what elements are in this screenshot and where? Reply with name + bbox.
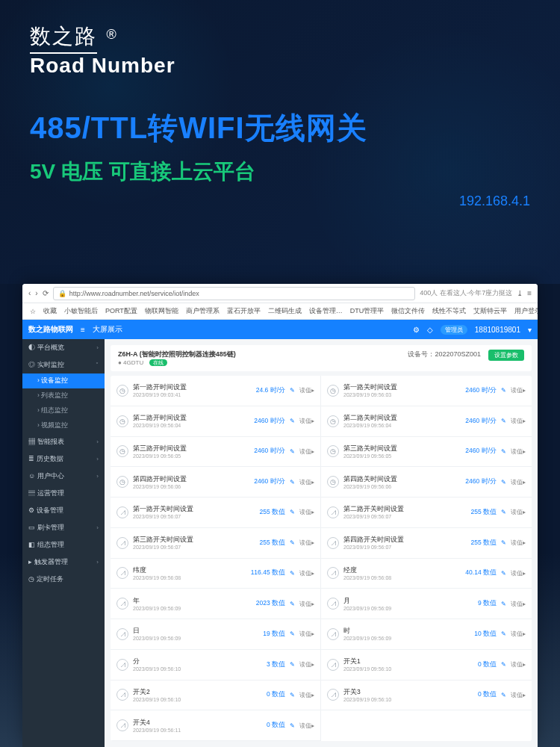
edit-icon[interactable]: ✎ bbox=[501, 539, 506, 546]
edit-icon[interactable]: ✎ bbox=[290, 509, 295, 515]
menu-icon[interactable]: ≡ bbox=[527, 289, 532, 297]
nav-dashboard[interactable]: 大屏展示 bbox=[93, 324, 122, 335]
edit-icon[interactable]: ✎ bbox=[290, 479, 295, 486]
hamburger-icon[interactable]: ≡ bbox=[81, 326, 85, 334]
read-action[interactable]: 读值▸ bbox=[299, 539, 314, 547]
sidebar-item[interactable]: ☺ 用户中心› bbox=[22, 468, 105, 485]
read-action[interactable]: 读值▸ bbox=[299, 417, 314, 425]
edit-icon[interactable]: ✎ bbox=[290, 539, 295, 546]
edit-icon[interactable]: ✎ bbox=[290, 661, 295, 668]
url-input[interactable]: 🔒 http://www.roadnumber.net/service/iot/… bbox=[53, 287, 415, 300]
nav-back-icon[interactable]: ‹ bbox=[28, 289, 31, 297]
settings-icon[interactable]: ⚙ bbox=[413, 326, 420, 334]
notification-icon[interactable]: ◇ bbox=[427, 326, 433, 334]
bookmark-item[interactable]: DTU管理平 bbox=[350, 306, 385, 316]
read-action[interactable]: 读值▸ bbox=[299, 691, 314, 699]
param-value: 2460 时/分 bbox=[465, 447, 497, 456]
read-action[interactable]: 读值▸ bbox=[511, 630, 526, 638]
sidebar-item[interactable]: ◐ 平台概览› bbox=[22, 339, 105, 356]
role-badge[interactable]: 管理员 bbox=[441, 325, 467, 335]
sidebar-item[interactable]: ▭ 刷卡管理› bbox=[22, 519, 105, 536]
dropdown-icon[interactable]: ▾ bbox=[528, 326, 532, 334]
pulse-icon: ⩘ bbox=[116, 689, 128, 701]
sidebar-icon: ☺ bbox=[28, 472, 35, 480]
data-cell: ◷第四路开时间设置2023/09/19 09:56:062460 时/分✎读值▸ bbox=[111, 467, 321, 498]
edit-icon[interactable]: ✎ bbox=[290, 448, 295, 455]
read-action[interactable]: 读值▸ bbox=[511, 508, 526, 516]
param-name: 开关2 bbox=[133, 688, 262, 697]
sidebar-sub-item[interactable]: › 组态监控 bbox=[22, 403, 105, 418]
bookmark-item[interactable]: 二维码生成 bbox=[268, 306, 302, 316]
edit-icon[interactable]: ✎ bbox=[290, 570, 295, 577]
sidebar-item[interactable]: ◧ 组态管理 bbox=[22, 536, 105, 554]
edit-icon[interactable]: ✎ bbox=[501, 509, 506, 515]
pulse-icon: ⩘ bbox=[116, 567, 128, 579]
edit-icon[interactable]: ✎ bbox=[501, 479, 506, 486]
bookmark-item[interactable]: 微信文件传 bbox=[391, 306, 425, 316]
read-action[interactable]: 读值▸ bbox=[511, 569, 526, 577]
read-action[interactable]: 读值▸ bbox=[299, 600, 314, 608]
read-action[interactable]: 读值▸ bbox=[511, 478, 526, 486]
read-action[interactable]: 读值▸ bbox=[299, 447, 314, 456]
read-action[interactable]: 读值▸ bbox=[299, 630, 314, 638]
read-action[interactable]: 读值▸ bbox=[299, 569, 314, 577]
edit-icon[interactable]: ✎ bbox=[501, 601, 506, 607]
edit-icon[interactable]: ✎ bbox=[290, 601, 295, 607]
param-name: 第一路开时间设置 bbox=[133, 383, 252, 392]
edit-icon[interactable]: ✎ bbox=[501, 448, 506, 455]
bookmark-item[interactable]: 小敏智能后 bbox=[64, 306, 98, 316]
read-action[interactable]: 读值▸ bbox=[511, 386, 526, 394]
bookmark-item[interactable]: 线性不等式 bbox=[432, 306, 466, 316]
edit-icon[interactable]: ✎ bbox=[501, 387, 506, 394]
user-phone[interactable]: 18810819801 bbox=[475, 326, 520, 334]
bookmark-item[interactable]: 物联网智能 bbox=[145, 306, 178, 316]
sidebar-icon: ◷ bbox=[28, 575, 34, 583]
reload-icon[interactable]: ⟳ bbox=[43, 289, 49, 297]
read-action[interactable]: 读值▸ bbox=[511, 660, 526, 669]
read-action[interactable]: 读值▸ bbox=[299, 386, 314, 394]
bookmark-item[interactable]: 商户管理系 bbox=[186, 306, 220, 316]
read-action[interactable]: 读值▸ bbox=[511, 600, 526, 608]
settings-button[interactable]: 设置参数 bbox=[488, 350, 524, 361]
bookmark-item[interactable]: 蓝石开放平 bbox=[227, 306, 261, 316]
sidebar-item[interactable]: ◷ 定时任务 bbox=[22, 571, 105, 588]
read-action[interactable]: 读值▸ bbox=[299, 508, 314, 516]
nav-fwd-icon[interactable]: › bbox=[35, 289, 37, 297]
read-action[interactable]: 读值▸ bbox=[511, 691, 526, 699]
sidebar-item[interactable]: ▸ 触发器管理› bbox=[22, 554, 105, 571]
sidebar-sub-item[interactable]: › 视频监控 bbox=[22, 418, 105, 433]
app-title: 数之路物联网 bbox=[28, 324, 73, 335]
edit-icon[interactable]: ✎ bbox=[501, 692, 506, 698]
param-name: 开关1 bbox=[343, 657, 473, 666]
sidebar-icon: ▭ bbox=[28, 524, 35, 531]
edit-icon[interactable]: ✎ bbox=[501, 630, 506, 637]
edit-icon[interactable]: ✎ bbox=[290, 418, 295, 424]
sidebar-item[interactable]: ≣ 历史数据› bbox=[22, 450, 105, 468]
download-icon[interactable]: ⤓ bbox=[517, 289, 523, 297]
bookmark-item[interactable]: 设备管理… bbox=[309, 306, 343, 316]
read-action[interactable]: 读值▸ bbox=[511, 417, 526, 425]
sidebar-item[interactable]: ▦ 智能报表› bbox=[22, 433, 105, 450]
sidebar-sub-item[interactable]: › 列表监控 bbox=[22, 388, 105, 403]
read-action[interactable]: 读值▸ bbox=[299, 722, 314, 730]
edit-icon[interactable]: ✎ bbox=[290, 722, 295, 729]
edit-icon[interactable]: ✎ bbox=[501, 570, 506, 577]
sidebar-item[interactable]: ⚙ 设备管理 bbox=[22, 502, 105, 519]
read-action[interactable]: 读值▸ bbox=[511, 539, 526, 547]
param-timestamp: 2023/09/19 09:56:10 bbox=[343, 697, 473, 702]
edit-icon[interactable]: ✎ bbox=[290, 387, 295, 394]
sidebar-item[interactable]: ◎ 实时监控˅ bbox=[22, 356, 105, 374]
sidebar-item[interactable]: ▤ 运营管理 bbox=[22, 485, 105, 502]
edit-icon[interactable]: ✎ bbox=[290, 630, 295, 637]
edit-icon[interactable]: ✎ bbox=[501, 418, 506, 424]
bookmark-item[interactable]: 用户登录 bbox=[514, 306, 538, 316]
bookmark-item[interactable]: 艾斯特云平 bbox=[473, 306, 507, 316]
bookmark-item[interactable]: PORT配置 bbox=[105, 306, 137, 316]
read-action[interactable]: 读值▸ bbox=[299, 478, 314, 486]
sidebar-sub-item[interactable]: › 设备监控 bbox=[22, 374, 105, 388]
read-action[interactable]: 读值▸ bbox=[299, 660, 314, 669]
edit-icon[interactable]: ✎ bbox=[501, 661, 506, 668]
read-action[interactable]: 读值▸ bbox=[511, 447, 526, 456]
bookmark-item[interactable]: 收藏 bbox=[43, 306, 57, 316]
edit-icon[interactable]: ✎ bbox=[290, 692, 295, 698]
